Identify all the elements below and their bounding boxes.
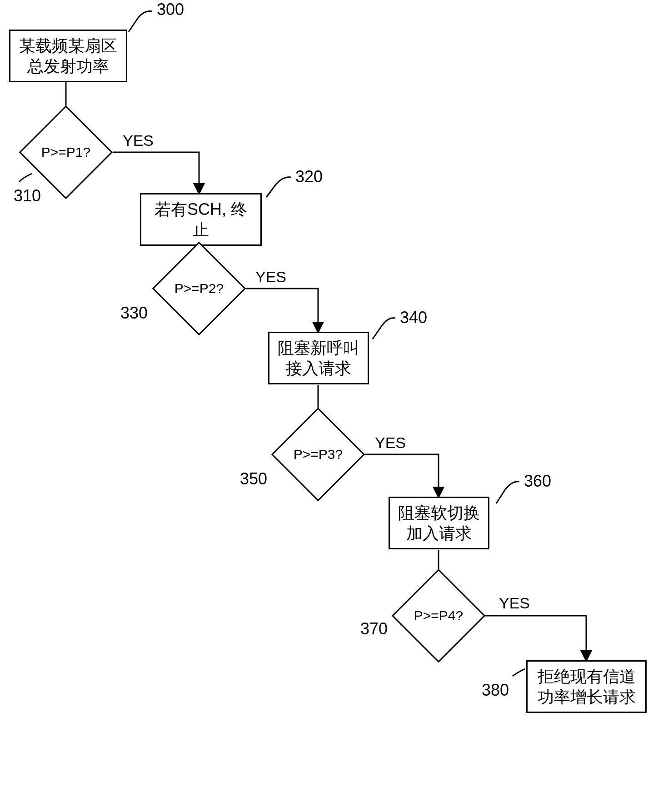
label-380: 380 (482, 681, 509, 700)
decision-330: P>=P2? (166, 255, 232, 322)
yes-370: YES (499, 594, 530, 612)
process-300: 某载频某扇区 总发射功率 (9, 30, 127, 82)
process-340-line2: 接入请求 (275, 358, 362, 379)
process-300-line1: 某载频某扇区 (16, 35, 120, 56)
yes-310: YES (123, 132, 154, 149)
decision-310-text: P>=P1? (33, 119, 99, 185)
process-380-line2: 功率增长请求 (533, 687, 640, 707)
process-300-line2: 总发射功率 (16, 56, 120, 76)
label-310: 310 (14, 186, 41, 205)
process-380-line1: 拒绝现有信道 (533, 666, 640, 687)
process-360: 阻塞软切换 加入请求 (389, 497, 489, 549)
label-330: 330 (120, 304, 148, 323)
label-350: 350 (240, 469, 267, 488)
yes-350: YES (375, 434, 406, 452)
process-360-line1: 阻塞软切换 (395, 503, 483, 523)
process-360-line2: 加入请求 (395, 523, 483, 543)
decision-350-text: P>=P3? (285, 421, 351, 488)
decision-350: P>=P3? (285, 421, 351, 488)
process-340-line1: 阻塞新呼叫 (275, 338, 362, 358)
decision-310: P>=P1? (33, 119, 99, 185)
process-380: 拒绝现有信道 功率增长请求 (526, 660, 647, 713)
decision-370: P>=P4? (405, 583, 472, 649)
label-340: 340 (400, 308, 427, 327)
label-370: 370 (360, 619, 388, 638)
yes-330: YES (255, 268, 286, 286)
flowchart-canvas: 某载频某扇区 总发射功率 300 P>=P1? 310 YES 若有SCH, 终… (0, 0, 668, 812)
label-300: 300 (157, 0, 184, 19)
label-360: 360 (524, 472, 551, 491)
decision-330-text: P>=P2? (166, 255, 232, 322)
label-320: 320 (295, 167, 323, 186)
decision-370-text: P>=P4? (405, 583, 472, 649)
process-320: 若有SCH, 终止 (140, 193, 262, 246)
process-320-text: 若有SCH, 终止 (155, 200, 247, 239)
process-340: 阻塞新呼叫 接入请求 (268, 332, 369, 384)
